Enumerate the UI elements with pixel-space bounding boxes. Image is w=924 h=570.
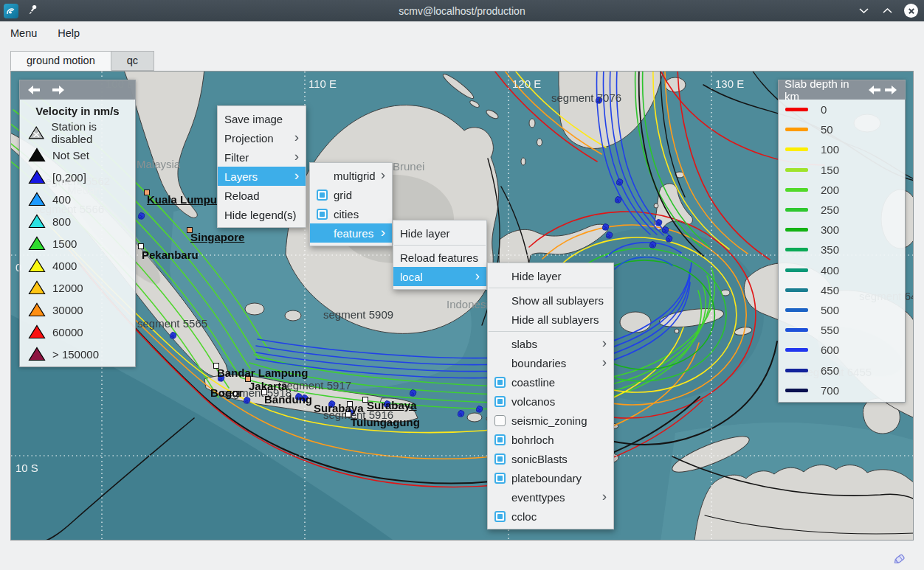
local-item-hide-all-sublayers[interactable]: Hide all sublayers bbox=[488, 310, 613, 329]
local-item-eventtypes[interactable]: eventtypes› bbox=[488, 487, 613, 507]
checkbox-checked-icon bbox=[494, 453, 506, 465]
checkbox-checked-icon bbox=[494, 396, 506, 407]
slab-color-swatch bbox=[785, 248, 808, 251]
local-item-bohrloch[interactable]: bohrloch bbox=[488, 430, 613, 449]
seismic-event-icon bbox=[170, 332, 176, 338]
slab-color-swatch bbox=[785, 108, 808, 111]
menu-item-label: grid bbox=[334, 189, 352, 201]
menu-item-label: Reload features bbox=[400, 251, 478, 264]
menu-item-label: Filter bbox=[224, 151, 249, 164]
slab-legend-item: 100 bbox=[779, 139, 905, 159]
features-item-reload-features[interactable]: Reload features bbox=[393, 248, 486, 267]
menu-separator bbox=[489, 331, 613, 332]
slab-color-swatch bbox=[785, 228, 808, 232]
slab-color-swatch bbox=[785, 288, 808, 292]
context-item-reload[interactable]: Reload bbox=[218, 186, 306, 205]
velocity-legend-label: 12000 bbox=[52, 282, 83, 294]
slab-legend-label: 150 bbox=[821, 164, 839, 176]
local-submenu: Hide layerShow all sublayersHide all sub… bbox=[487, 263, 614, 529]
context-item-projection[interactable]: Projection› bbox=[218, 128, 306, 147]
context-item-layers[interactable]: Layers› bbox=[218, 167, 306, 186]
context-item-save-image[interactable]: Save image bbox=[218, 109, 306, 128]
slab-legend-label: 450 bbox=[821, 284, 839, 296]
local-item-slabs[interactable]: slabs› bbox=[488, 334, 613, 353]
local-item-show-all-sublayers[interactable]: Show all sublayers bbox=[488, 291, 613, 310]
menu-item-label: Projection bbox=[224, 132, 274, 145]
checkbox-unchecked-icon bbox=[494, 415, 506, 426]
submenu-arrow-icon: › bbox=[381, 167, 385, 183]
context-item-hide-legend-s[interactable]: Hide legend(s) bbox=[218, 205, 306, 224]
tabbar: ground motion qc bbox=[10, 51, 154, 71]
velocity-legend-item: Station is disabled bbox=[20, 122, 135, 144]
menu-item-label: seismic_zoning bbox=[511, 414, 587, 427]
submenu-arrow-icon: › bbox=[602, 488, 607, 504]
slab-legend-label: 350 bbox=[821, 243, 839, 256]
legend-next-icon[interactable] bbox=[50, 84, 66, 96]
menu-item-label: boundaries bbox=[511, 357, 566, 369]
layers-item-features[interactable]: features› bbox=[310, 223, 392, 243]
slab-legend-item: 650 bbox=[779, 360, 905, 380]
titlebar: scmv@localhost/production bbox=[0, 0, 924, 21]
checkbox-checked-icon bbox=[494, 377, 506, 388]
menu-separator bbox=[394, 245, 486, 246]
slab-legend-item: 200 bbox=[779, 180, 905, 200]
slab-legend-title: Slab depth in km bbox=[785, 77, 866, 102]
seismic-event-icon bbox=[655, 219, 661, 226]
local-item-seismic-zoning[interactable]: seismic_zoning bbox=[488, 411, 613, 430]
legend-prev-icon[interactable] bbox=[866, 84, 883, 96]
seismic-event-icon bbox=[295, 393, 301, 400]
slab-legend-header: Slab depth in km bbox=[779, 80, 905, 100]
tab-ground-motion[interactable]: ground motion bbox=[10, 51, 111, 71]
menubar-item-menu[interactable]: Menu bbox=[0, 24, 47, 42]
map-viewport[interactable]: 100 E110 E120 E130 E010 SMalaysiaMedanBr… bbox=[10, 71, 914, 541]
menubar-item-help[interactable]: Help bbox=[47, 24, 90, 42]
legend-prev-icon[interactable] bbox=[26, 84, 42, 96]
features-item-local[interactable]: local› bbox=[393, 267, 486, 286]
seismic-event-icon bbox=[410, 389, 416, 396]
slab-color-swatch bbox=[785, 308, 808, 312]
slab-legend-item: 600 bbox=[779, 340, 905, 360]
slab-legend-item: 450 bbox=[779, 280, 905, 300]
slab-legend-label: 550 bbox=[821, 324, 839, 336]
local-item-volcanos[interactable]: volcanos bbox=[488, 392, 613, 411]
slab-legend-item: 0 bbox=[779, 100, 905, 119]
seismic-event-icon bbox=[476, 406, 482, 412]
slab-legend-label: 700 bbox=[821, 384, 839, 397]
local-item-boundaries[interactable]: boundaries› bbox=[488, 353, 613, 372]
local-item-hide-layer[interactable]: Hide layer bbox=[488, 266, 613, 285]
menu-item-label: multigrid bbox=[334, 170, 376, 182]
local-item-sonicblasts[interactable]: sonicBlasts bbox=[488, 449, 613, 468]
velocity-legend-label: 400 bbox=[52, 193, 71, 206]
features-item-hide-layer[interactable]: Hide layer bbox=[393, 223, 486, 243]
local-item-plateboundary[interactable]: plateboundary bbox=[488, 468, 613, 487]
velocity-legend[interactable]: Velocity in nm/s Station is disabled Not… bbox=[19, 80, 136, 367]
minimize-button[interactable] bbox=[857, 4, 870, 18]
pin-icon[interactable] bbox=[29, 4, 38, 18]
close-button[interactable] bbox=[904, 4, 918, 18]
checkbox-checked-icon bbox=[494, 511, 506, 522]
slab-legend[interactable]: Slab depth in km 0 50 100 150 200 250 bbox=[778, 80, 906, 403]
legend-next-icon[interactable] bbox=[883, 84, 899, 96]
submenu-arrow-icon: › bbox=[294, 148, 299, 164]
menu-item-label: features bbox=[334, 227, 373, 240]
maximize-button[interactable] bbox=[880, 4, 894, 18]
slab-legend-item: 250 bbox=[779, 200, 905, 220]
tab-qc[interactable]: qc bbox=[111, 51, 154, 71]
slab-legend-label: 600 bbox=[821, 344, 839, 356]
seismic-event-icon bbox=[244, 397, 249, 403]
local-item-ccloc[interactable]: ccloc bbox=[488, 507, 613, 526]
layers-item-grid[interactable]: grid bbox=[310, 185, 392, 204]
seismic-event-icon bbox=[384, 400, 390, 407]
layers-item-cities[interactable]: cities bbox=[310, 204, 392, 223]
velocity-legend-item: [0,200] bbox=[20, 166, 135, 188]
seismic-event-icon bbox=[458, 410, 463, 417]
velocity-legend-label: 30000 bbox=[52, 304, 83, 316]
context-item-filter[interactable]: Filter› bbox=[218, 147, 306, 167]
layers-submenu: multigrid›gridcitiesfeatures› bbox=[309, 162, 393, 246]
local-item-coastline[interactable]: coastline bbox=[488, 372, 613, 392]
velocity-legend-label: Station is disabled bbox=[51, 120, 135, 145]
slab-color-swatch bbox=[785, 168, 808, 172]
slab-legend-label: 650 bbox=[821, 364, 839, 377]
velocity-legend-item: 800 bbox=[20, 210, 135, 232]
layers-item-multigrid[interactable]: multigrid› bbox=[310, 166, 392, 185]
